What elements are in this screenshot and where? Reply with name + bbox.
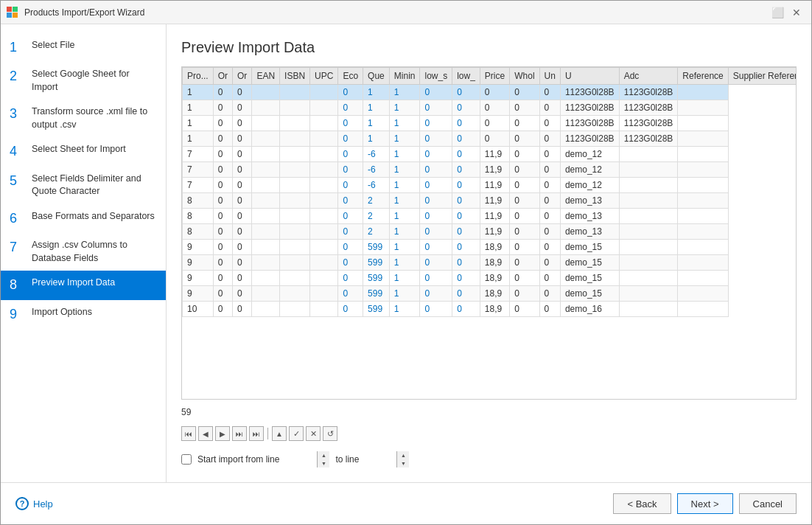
table-cell: 9: [183, 286, 214, 302]
sidebar-item-3[interactable]: 3 Transform source .xml file to output .…: [1, 100, 166, 137]
to-line-input[interactable]: 0: [365, 451, 397, 467]
nav-prev-button[interactable]: ◀: [198, 426, 213, 441]
table-row[interactable]: 8000210011,900demo_13: [183, 224, 797, 240]
table-cell: demo_15: [560, 286, 619, 302]
sidebar-item-7[interactable]: 7 Assign .csv Columns to Database Fields: [1, 233, 166, 271]
table-cell: 0: [213, 85, 232, 100]
table-cell: 0: [539, 209, 560, 224]
table-cell: [619, 178, 678, 193]
data-table-container[interactable]: Pro... Or Or EAN ISBN UPC Eco Que Minin …: [181, 66, 797, 400]
table-row[interactable]: 900059910018,900demo_15: [183, 271, 797, 286]
table-cell: 1: [389, 255, 420, 271]
help-link[interactable]: ? Help: [15, 497, 53, 510]
from-line-down[interactable]: ▼: [318, 459, 329, 467]
table-cell: 1: [363, 116, 390, 131]
table-row[interactable]: 7000-610011,900demo_12: [183, 178, 797, 193]
from-line-spinbtns: ▲ ▼: [318, 451, 329, 467]
import-line-checkbox[interactable]: [181, 454, 192, 465]
table-cell: [619, 240, 678, 255]
table-cell: 0: [213, 147, 232, 162]
table-cell: demo_13: [560, 209, 619, 224]
to-line-spinner: 0 ▲ ▼: [365, 451, 409, 467]
table-cell: 0: [233, 162, 252, 178]
table-cell: [280, 116, 310, 131]
table-cell: [619, 193, 678, 209]
row-count: 59: [181, 406, 797, 419]
table-row[interactable]: 900059910018,900demo_15: [183, 240, 797, 255]
table-row[interactable]: 100011000001123G0l28B1123G0l28B: [183, 85, 797, 100]
table-cell: 0: [510, 116, 539, 131]
table-row[interactable]: 100011000001123G0l28B1123G0l28B: [183, 131, 797, 147]
table-cell: 8: [183, 209, 214, 224]
table-cell: 0: [233, 100, 252, 116]
nav-refresh-button[interactable]: ↺: [323, 426, 337, 441]
nav-next-button[interactable]: ▶: [215, 426, 230, 441]
step-label-6: Base Formats and Separators: [32, 210, 155, 223]
table-row[interactable]: 100011000001123G0l28B1123G0l28B: [183, 116, 797, 131]
nav-confirm-button[interactable]: ✓: [289, 426, 304, 441]
nav-cancel-button[interactable]: ✕: [306, 426, 321, 441]
from-line-up[interactable]: ▲: [318, 451, 329, 459]
table-cell: 0: [213, 302, 232, 317]
table-cell: demo_12: [560, 178, 619, 193]
restore-button[interactable]: ⬜: [769, 4, 786, 21]
table-row[interactable]: 8000210011,900demo_13: [183, 209, 797, 224]
table-cell: 599: [363, 286, 390, 302]
table-cell: 0: [420, 147, 452, 162]
table-row[interactable]: 900059910018,900demo_15: [183, 286, 797, 302]
table-cell: 0: [510, 302, 539, 317]
table-row[interactable]: 900059910018,900demo_15: [183, 255, 797, 271]
table-cell: [252, 286, 280, 302]
step-number-1: 1: [10, 39, 24, 56]
table-cell: [619, 162, 678, 178]
next-button[interactable]: Next >: [677, 493, 733, 514]
table-cell: [310, 162, 338, 178]
nav-up-button[interactable]: ▲: [272, 426, 287, 441]
table-cell: 2: [363, 193, 390, 209]
table-cell: 0: [452, 209, 480, 224]
table-cell: demo_12: [560, 162, 619, 178]
sidebar-item-5[interactable]: 5 Select Fields Delimiter and Quote Char…: [1, 167, 166, 204]
table-cell: 1: [183, 100, 214, 116]
table-cell: [678, 286, 728, 302]
table-cell: 1123G0l28B: [560, 131, 619, 147]
table-cell: 0: [338, 302, 363, 317]
table-cell: 0: [338, 85, 363, 100]
close-button[interactable]: ✕: [788, 4, 805, 21]
table-cell: 0: [233, 131, 252, 147]
from-line-input[interactable]: 1: [285, 451, 318, 467]
table-row[interactable]: 100011000001123G0l28B1123G0l28B: [183, 100, 797, 116]
table-cell: 0: [452, 255, 480, 271]
table-row[interactable]: 1000059910018,900demo_16: [183, 302, 797, 317]
sidebar-item-1[interactable]: 1 Select File: [1, 33, 166, 62]
table-cell: [678, 131, 728, 147]
table-row[interactable]: 7000-610011,900demo_12: [183, 162, 797, 178]
table-row[interactable]: 7000-610011,900demo_12: [183, 147, 797, 162]
table-row[interactable]: 8000210011,900demo_13: [183, 193, 797, 209]
step-number-7: 7: [10, 239, 24, 256]
table-cell: [280, 224, 310, 240]
step-label-5: Select Fields Delimiter and Quote Charac…: [32, 173, 157, 198]
table-cell: 1: [183, 85, 214, 100]
table-cell: 7: [183, 178, 214, 193]
nav-last-button[interactable]: ⏭: [232, 426, 247, 441]
col-header-whol: Whol: [510, 68, 539, 85]
table-cell: 0: [338, 255, 363, 271]
sidebar-item-4[interactable]: 4 Select Sheet for Import: [1, 137, 166, 166]
sidebar-item-8[interactable]: 8 Preview Import Data: [1, 271, 166, 299]
to-line-down[interactable]: ▼: [397, 459, 409, 467]
back-button[interactable]: < Back: [613, 493, 671, 514]
sidebar-item-2[interactable]: 2 Select Google Sheet for Import: [1, 62, 166, 100]
sidebar-item-6[interactable]: 6 Base Formats and Separators: [1, 204, 166, 233]
table-cell: 0: [539, 100, 560, 116]
nav-first-button[interactable]: ⏮: [181, 426, 196, 441]
import-line-row: Start import from line 1 ▲ ▼ to line 0 ▲: [181, 451, 797, 467]
table-cell: [252, 209, 280, 224]
table-cell: [310, 193, 338, 209]
to-line-up[interactable]: ▲: [397, 451, 409, 459]
sidebar-item-9[interactable]: 9 Import Options: [1, 300, 166, 329]
table-cell: 0: [213, 286, 232, 302]
table-cell: 0: [452, 240, 480, 255]
nav-end-button[interactable]: ⏭: [249, 426, 264, 441]
cancel-button[interactable]: Cancel: [739, 493, 797, 514]
